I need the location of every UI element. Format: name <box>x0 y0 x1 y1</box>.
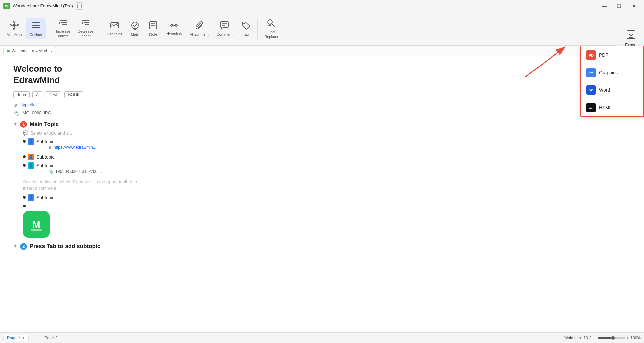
subtopic-4-text[interactable]: Subtopic <box>36 195 54 200</box>
page-2-label: Page-2 <box>45 336 58 340</box>
comment-icon <box>220 21 229 31</box>
export-graphics[interactable]: Graphics <box>581 64 643 81</box>
minimize-button[interactable]: — <box>598 1 611 11</box>
zoom-plus-button[interactable]: + <box>626 335 629 341</box>
export-html[interactable]: </> HTML <box>581 99 643 116</box>
tag-label: Tag <box>243 32 249 37</box>
graphics-label: Graphics <box>107 32 122 36</box>
word-icon: W <box>586 85 596 95</box>
indent-group: IncreaseIndent DecreaseIndent <box>53 17 97 40</box>
bullet-2 <box>23 155 26 158</box>
main-topic-collapse[interactable]: ▼ <box>13 122 17 127</box>
svg-text:M: M <box>32 219 40 230</box>
press-tab-collapse[interactable]: ▼ <box>13 244 17 249</box>
comment-button[interactable]: Comment <box>213 19 236 39</box>
press-tab-num: 2 <box>20 243 27 250</box>
tag-button[interactable]: Tag <box>237 19 254 39</box>
main-content: Welcome to EdrawMind John A Desk BOOK ⊕ … <box>0 56 644 332</box>
titlebar: W Wondershare EdrawMind (Pro) — ❐ ✕ <box>0 0 644 12</box>
close-button[interactable]: ✕ <box>627 1 641 11</box>
select-hint-text: Select a topic and s... <box>30 130 72 136</box>
subtopic-1-label: 👤 Subtopic <box>28 138 96 145</box>
comment-placeholder-text: Select a topic and select "Comment" in t… <box>23 179 137 191</box>
select-icon: 💬 <box>23 130 28 136</box>
subtopic-1-text[interactable]: Subtopic <box>36 139 54 144</box>
restore-button[interactable]: ❐ <box>612 1 626 11</box>
tag-book[interactable]: BOOK <box>64 91 83 98</box>
document-tab[interactable]: Welcome...rawMind ● <box>3 47 56 55</box>
export-pdf[interactable]: PDF PDF <box>581 46 643 64</box>
page-2-tab[interactable]: Page-2 <box>41 335 61 341</box>
svg-rect-33 <box>220 22 228 27</box>
attachment-text[interactable]: IMG_0068.JPG <box>21 110 51 115</box>
find-replace-icon <box>266 18 276 29</box>
hyperlink-label: Hyperlink <box>166 31 182 36</box>
titlebar-left: W Wondershare EdrawMind (Pro) <box>3 2 83 10</box>
select-hint: 💬 Select a topic and s... <box>23 130 631 136</box>
tag-john[interactable]: John <box>13 91 30 98</box>
zoom-slider[interactable] <box>598 337 625 339</box>
tags-row: John A Desk BOOK <box>13 91 631 98</box>
window-controls: — ❐ ✕ <box>598 1 641 11</box>
decrease-indent-button[interactable]: DecreaseIndent <box>74 17 97 40</box>
subtopic-2-text[interactable]: Subtopic <box>36 154 54 160</box>
subtopic-2-avatar: 👤 <box>28 154 34 160</box>
outliner-button[interactable]: Outliner <box>26 18 46 39</box>
svg-rect-17 <box>32 27 40 28</box>
main-topic-label[interactable]: Main Topic <box>30 121 59 128</box>
graphics-icon <box>110 21 119 31</box>
export-word[interactable]: W Word <box>581 81 643 99</box>
subtopic-3-link[interactable]: 1-s2.0-S036013152200 ... <box>55 169 102 174</box>
find-replace-label: FindReplace <box>264 30 278 39</box>
zoom-thumb[interactable] <box>611 336 615 340</box>
page-1-tab[interactable]: Page-1 ▼ <box>3 335 29 341</box>
zoom-level: 100% <box>630 336 641 340</box>
svg-point-25 <box>117 23 118 25</box>
add-page-button[interactable]: + <box>31 334 38 342</box>
decrease-indent-icon <box>81 19 90 28</box>
sep3 <box>257 19 258 39</box>
press-tab-label[interactable]: Press Tab to add subtopic <box>30 243 100 250</box>
attachment-button[interactable]: Attachment <box>186 19 212 39</box>
hyperlink-row: ⊕ Hyperlink1 <box>13 102 631 108</box>
press-tab-header: ▼ 2 Press Tab to add subtopic <box>13 243 631 250</box>
title-line1: Welcome to <box>13 64 62 74</box>
subtopic-3-text[interactable]: Subtopic <box>36 163 54 168</box>
subtopic-1-link-icon: ⊕ <box>48 145 52 150</box>
subtopic-5-empty <box>23 203 631 207</box>
mindmap-button[interactable]: MindMap <box>3 18 25 39</box>
app-logo-area: M <box>23 211 631 238</box>
find-replace-button[interactable]: FindReplace <box>261 16 281 41</box>
outliner-label: Outliner <box>29 33 42 37</box>
subtopic-3-link-icon: 📎 <box>48 169 53 174</box>
tag-desk[interactable]: Desk <box>45 91 61 98</box>
main-topic-header: ▼ 1 Main Topic <box>13 121 631 128</box>
tab-close-icon[interactable]: ● <box>50 49 52 53</box>
increase-indent-button[interactable]: IncreaseIndent <box>53 17 74 40</box>
zoom-minus-button[interactable]: − <box>594 335 597 341</box>
svg-text:</>: </> <box>589 107 593 110</box>
note-label: Note <box>149 32 157 37</box>
app-title: Wondershare EdrawMind (Pro) <box>13 3 73 8</box>
comment-label: Comment <box>217 32 233 37</box>
mark-button[interactable]: Mark <box>127 19 143 39</box>
subtopic-4-avatar: 👤 <box>28 194 34 201</box>
subtopic-3-avatar: 👤 <box>28 162 34 169</box>
outliner-content: Welcome to EdrawMind John A Desk BOOK ⊕ … <box>0 56 644 332</box>
attachment-label: Attachment <box>190 32 209 37</box>
outliner-icon <box>31 21 41 32</box>
tag-a[interactable]: A <box>32 91 42 98</box>
title-line2: EdrawMind <box>13 75 60 85</box>
note-icon <box>149 21 158 31</box>
hyperlink-text[interactable]: Hyperlink1 <box>19 102 40 107</box>
graphics-button[interactable]: Graphics <box>104 19 125 38</box>
attachment-icon <box>195 21 204 31</box>
page-1-dropdown[interactable]: ▼ <box>22 336 25 340</box>
edrawmind-logo-image: M <box>23 211 50 238</box>
pin-button[interactable] <box>76 2 83 10</box>
svg-point-6 <box>13 24 16 27</box>
subtopic-1-link[interactable]: https://www.edrawmin... <box>54 145 96 150</box>
status-text: [Main Idea 101] <box>563 336 591 340</box>
hyperlink-button[interactable]: Hyperlink <box>163 20 185 38</box>
note-button[interactable]: Note <box>145 19 162 39</box>
